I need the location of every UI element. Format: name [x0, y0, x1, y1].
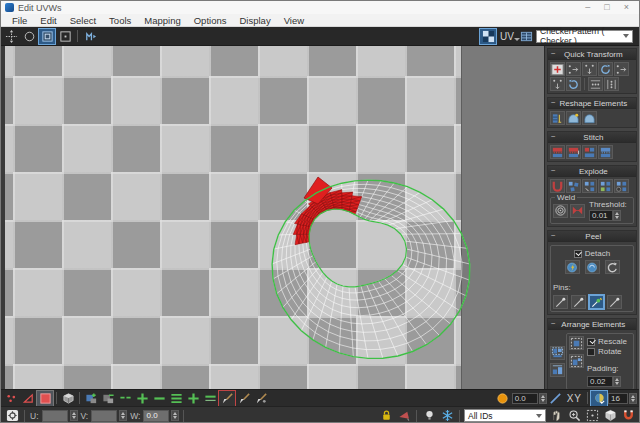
pack-full-icon[interactable]	[569, 354, 584, 368]
pan-icon[interactable]	[548, 408, 564, 423]
explode-by-smoothing-icon[interactable]	[598, 179, 613, 193]
brush-size-spinner[interactable]	[629, 393, 637, 404]
vertex-mode-icon[interactable]	[3, 391, 19, 406]
zoom-extents-icon[interactable]	[602, 408, 618, 423]
show-map-toggle-icon[interactable]	[480, 29, 496, 44]
panel-header[interactable]: −Arrange Elements	[548, 319, 636, 330]
menu-mapping[interactable]: Mapping	[138, 14, 186, 27]
uvw-channel-dropdown[interactable]: UV	[498, 31, 516, 42]
material-id-filter-dropdown[interactable]: All IDs	[464, 409, 546, 422]
relax-tool-icon[interactable]	[582, 111, 597, 125]
v-field[interactable]	[91, 410, 117, 422]
paint-grow-icon[interactable]	[236, 391, 252, 406]
menu-tools[interactable]: Tools	[103, 14, 137, 27]
align-vertical-icon[interactable]	[582, 62, 597, 76]
reset-peel-icon[interactable]	[605, 260, 620, 274]
edge-mode-icon[interactable]	[20, 391, 36, 406]
weld-selected-icon[interactable]	[570, 204, 585, 218]
zoom-icon[interactable]	[566, 408, 582, 423]
pack-custom-icon[interactable]	[569, 336, 584, 350]
grow-uv-element-icon[interactable]	[83, 391, 99, 406]
threshold-field[interactable]: 0.01	[589, 210, 613, 221]
target-weld-icon[interactable]	[553, 204, 568, 218]
select-element-toggle-icon[interactable]	[60, 391, 76, 406]
hide-icon[interactable]	[421, 408, 437, 423]
stitch-target-icon[interactable]	[598, 145, 613, 159]
shrink-selection-icon[interactable]	[151, 391, 167, 406]
panel-header[interactable]: −Explode	[548, 166, 636, 177]
falloff-spinner[interactable]	[539, 393, 547, 404]
panel-header[interactable]: −Quick Transform	[548, 49, 636, 60]
grow-selection-icon[interactable]	[134, 391, 150, 406]
space-vertical-icon[interactable]	[604, 77, 619, 91]
panel-header[interactable]: −Reshape Elements	[548, 98, 636, 109]
space-horizontal-icon[interactable]	[588, 77, 603, 91]
explode-by-face-icon[interactable]	[566, 179, 581, 193]
edge-loop-dash-icon[interactable]	[117, 391, 133, 406]
peel-mode-icon[interactable]	[585, 260, 600, 274]
pin-tool-icon[interactable]	[553, 295, 568, 309]
close-button-icon[interactable]: ×	[624, 1, 629, 14]
soft-selection-icon[interactable]	[495, 391, 511, 406]
auto-pin-icon[interactable]	[589, 295, 604, 309]
rotate-ccw-icon[interactable]	[566, 77, 581, 91]
pack-together-icon[interactable]	[550, 363, 565, 377]
zoom-region-icon[interactable]	[584, 408, 600, 423]
rotate-tool-icon[interactable]	[21, 29, 37, 44]
minimize-button-icon[interactable]: –	[585, 1, 590, 14]
face-mode-icon[interactable]	[37, 391, 53, 406]
uv-viewport[interactable]	[1, 46, 546, 389]
straighten-selection-icon[interactable]	[550, 111, 565, 125]
quick-peel-icon[interactable]	[565, 260, 580, 274]
map-options-icon[interactable]	[518, 29, 534, 44]
stitch-source-icon[interactable]	[582, 145, 597, 159]
mirror-tool-icon[interactable]	[82, 29, 98, 44]
absolute-offset-toggle-icon[interactable]	[4, 408, 20, 423]
align-element-icon[interactable]	[550, 77, 565, 91]
paint-select-icon[interactable]	[219, 391, 235, 406]
v-spinner[interactable]	[119, 410, 127, 421]
falloff-field[interactable]: 0.0	[512, 393, 538, 404]
pack-normalize-icon[interactable]	[550, 346, 565, 360]
explode-by-angle-icon[interactable]	[582, 179, 597, 193]
panel-header[interactable]: −Stitch	[548, 132, 636, 143]
align-left-icon[interactable]	[614, 62, 629, 76]
w-field[interactable]: 0.0	[143, 410, 169, 422]
falloff-edge-distance-icon[interactable]	[548, 391, 564, 406]
panel-header[interactable]: −Peel	[548, 231, 636, 242]
menu-select[interactable]: Select	[64, 14, 102, 27]
w-spinner[interactable]	[171, 410, 179, 421]
filter-selected-faces-icon[interactable]	[396, 408, 412, 423]
snap-icon[interactable]	[620, 408, 636, 423]
rescale-checkbox[interactable]	[587, 338, 595, 346]
freeform-mode-icon[interactable]	[57, 29, 73, 44]
paint-soft-selection-icon[interactable]	[591, 391, 607, 406]
detach-checkbox[interactable]	[574, 250, 582, 258]
add-transform-button[interactable]	[550, 62, 565, 76]
stitch-custom-icon[interactable]	[550, 145, 565, 159]
shrink-loop-icon[interactable]	[202, 391, 218, 406]
menu-display[interactable]: Display	[233, 14, 276, 27]
threshold-spinner[interactable]	[613, 210, 621, 221]
move-tool-icon[interactable]	[3, 29, 19, 44]
title-bar[interactable]: Edit UVWs –□×	[1, 1, 639, 14]
texture-select-dropdown[interactable]: CheckerPattern ( Checker )	[536, 30, 633, 43]
stitch-average-icon[interactable]	[566, 145, 581, 159]
menu-options[interactable]: Options	[188, 14, 233, 27]
falloff-space-dropdown[interactable]: XY	[565, 393, 584, 404]
u-field[interactable]	[42, 410, 68, 422]
clear-pins-icon[interactable]	[607, 295, 622, 309]
scale-tool-icon[interactable]	[39, 29, 55, 44]
unpin-tool-icon[interactable]	[571, 295, 586, 309]
align-horizontal-icon[interactable]	[566, 62, 581, 76]
rotate-checkbox[interactable]	[587, 348, 595, 356]
break-icon[interactable]	[550, 179, 565, 193]
shrink-uv-element-icon[interactable]	[100, 391, 116, 406]
brush-size-field[interactable]: 16	[608, 393, 628, 404]
menu-file[interactable]: File	[6, 14, 33, 27]
explode-by-material-icon[interactable]	[614, 179, 629, 193]
u-spinner[interactable]	[70, 410, 78, 421]
freeze-icon[interactable]	[439, 408, 455, 423]
padding-spinner[interactable]	[613, 376, 621, 387]
paint-shrink-icon[interactable]	[253, 391, 269, 406]
